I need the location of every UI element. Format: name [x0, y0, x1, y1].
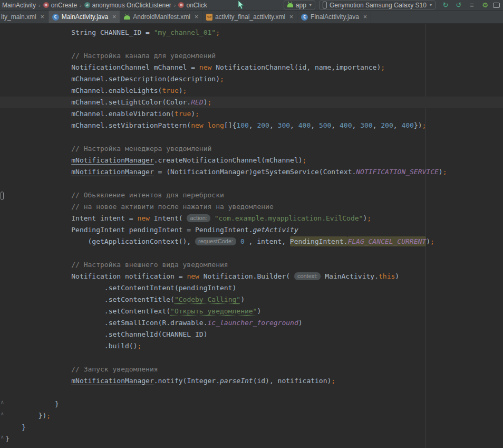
xml-file-icon: <>	[206, 14, 212, 21]
code-line[interactable]: }	[0, 422, 503, 433]
tab-label: AndroidManifest.xml	[133, 13, 190, 21]
code-line[interactable]: mNotificationManager.notify(Integer.pars…	[0, 375, 503, 387]
code-line[interactable]: mChannel.setDescription(description);	[0, 73, 503, 85]
code-line[interactable]: mChannel.enableVibration(true);	[0, 108, 503, 120]
tab-label: ity_main.xml	[1, 13, 36, 21]
sync-gradle-icon[interactable]: ⚙	[481, 1, 489, 10]
code-line[interactable]: String CHANNEL_ID = "my_channel_01";	[0, 27, 503, 39]
phone-icon	[323, 2, 327, 8]
mouse-cursor	[237, 0, 245, 9]
breadcrumb-label: onCreate	[51, 2, 77, 9]
tab-androidmanifest-xml[interactable]: AndroidManifest.xml×	[120, 11, 202, 23]
breadcrumb: MainActivity › m onCreate › a anonymous …	[2, 2, 207, 9]
code-line[interactable]: // Обьявление интентов для переброски	[0, 189, 503, 201]
java-class-icon: C	[52, 14, 59, 21]
fold-end-marker[interactable]: ∧	[1, 435, 4, 440]
code-line[interactable]: // Настройка менеджера уведомлений	[0, 143, 503, 155]
code-line[interactable]: (getApplicationContext(), requestCode: 0…	[0, 236, 503, 247]
fold-end-marker[interactable]: ∧	[1, 400, 4, 405]
code-line[interactable]	[0, 352, 503, 364]
device-label: Genymotion Samsung Galaxy S10	[330, 2, 427, 9]
close-icon[interactable]: ×	[195, 14, 198, 20]
code-line[interactable]: NotificationChannel mChannel = new Notif…	[0, 62, 503, 73]
apply-code-changes-icon[interactable]: ↺	[454, 1, 463, 10]
run-toolbar: app ▾ Genymotion Samsung Galaxy S10 ▾ ↻↺…	[284, 0, 501, 10]
android-studio-window: MainActivity › m onCreate › a anonymous …	[0, 0, 503, 448]
inlay-hint: requestCode:	[195, 237, 236, 245]
breadcrumb-label: onClick	[186, 2, 207, 9]
breadcrumb-item-anonymous-class[interactable]: a anonymous OnClickListener	[84, 2, 171, 9]
java-class-icon: C	[301, 14, 308, 21]
code-line[interactable]: .setChannelId(CHANNEL_ID)	[0, 329, 503, 340]
code-line[interactable]: .build();	[0, 340, 503, 352]
code-line[interactable]	[0, 247, 503, 259]
toolbar-actions: ↻↺≡⚙	[441, 1, 489, 10]
breadcrumb-item-oncreate[interactable]: m onCreate	[43, 2, 77, 9]
breadcrumb-label: anonymous OnClickListener	[92, 2, 171, 9]
code-line[interactable]: // Настройка канала для уведомлений	[0, 50, 503, 62]
code-editor[interactable]: String CHANNEL_ID = "my_channel_01"; // …	[0, 24, 503, 448]
anonymous-class-icon: a	[84, 2, 90, 8]
code-line[interactable]	[0, 39, 503, 50]
android-file-icon	[124, 15, 130, 20]
code-line[interactable]: mNotificationManager.createNotificationC…	[0, 155, 503, 166]
code-line[interactable]: // Настройка внешнего вида уведомления	[0, 259, 503, 271]
code-line[interactable]: }	[0, 398, 503, 410]
run-config-selector[interactable]: app ▾	[284, 1, 315, 9]
code-line[interactable]: .setContentText("Открыть уведомление")	[0, 306, 503, 317]
build-variants-icon[interactable]: ≡	[468, 1, 476, 10]
code-line[interactable]: mChannel.setVibrationPattern(new long[]{…	[0, 120, 503, 131]
code-line[interactable]: // Запуск уведомления	[0, 364, 503, 375]
code-line[interactable]: .setSmallIcon(R.drawable.ic_launcher_for…	[0, 317, 503, 329]
tab-label: FinalActtivity.java	[311, 13, 359, 21]
chevron-down-icon: ▾	[309, 3, 312, 7]
tab-finalacttivity-java[interactable]: CFinalActtivity.java×	[297, 11, 371, 23]
inlay-hint: context:	[294, 272, 321, 280]
breadcrumb-label: MainActivity	[2, 2, 36, 9]
breadcrumb-separator: ›	[38, 2, 41, 8]
code-line[interactable]: .setContentIntent(pendingIntent)	[0, 282, 503, 294]
toolbar: MainActivity › m onCreate › a anonymous …	[0, 0, 503, 11]
tab-label: activity_final_acttivity.xml	[215, 13, 285, 21]
editor-tab-bar: ity_main.xml×CMainActivity.java×AndroidM…	[0, 11, 503, 24]
apply-changes-icon[interactable]: ↻	[441, 1, 450, 10]
close-icon[interactable]: ×	[363, 14, 367, 20]
method-icon: m	[43, 2, 49, 8]
android-icon	[287, 3, 293, 7]
code-line-caret[interactable]: mChannel.setLightColor(Color.RED);	[0, 97, 503, 108]
close-icon[interactable]: ×	[289, 14, 293, 20]
inlay-hint: action:	[187, 214, 210, 222]
code-line[interactable]	[0, 178, 503, 189]
device-selector[interactable]: Genymotion Samsung Galaxy S10 ▾	[319, 1, 436, 9]
breadcrumb-separator: ›	[174, 2, 176, 8]
code-line[interactable]: Intent intent = new Intent( action: "com…	[0, 213, 503, 224]
method-icon: m	[178, 2, 184, 8]
code-line[interactable]: .setContentTitle("Codeby Calling")	[0, 294, 503, 306]
code-line[interactable]: });	[0, 410, 503, 422]
tab-activity-final-acttivity-xml[interactable]: <>activity_final_acttivity.xml×	[202, 11, 297, 23]
bookmark-icon	[1, 192, 4, 200]
code-line[interactable]: Notification notification = new Notifica…	[0, 271, 503, 282]
close-icon[interactable]: ×	[112, 14, 116, 20]
code-line[interactable]: mNotificationManager = (NotificationMana…	[0, 166, 503, 178]
breadcrumb-item-class[interactable]: MainActivity	[2, 2, 36, 9]
close-icon[interactable]: ×	[41, 14, 44, 20]
chevron-down-icon: ▾	[430, 3, 432, 7]
code-line[interactable]: PendingIntent pendingIntent = PendingInt…	[0, 224, 503, 236]
run-config-label: app	[296, 2, 306, 9]
code-line[interactable]	[0, 131, 503, 143]
code-line[interactable]	[0, 387, 503, 398]
tab-mainactivity-java[interactable]: CMainActivity.java×	[49, 11, 121, 23]
breadcrumb-separator: ›	[80, 2, 82, 8]
tab-ity-main-xml[interactable]: ity_main.xml×	[0, 11, 49, 23]
code-line[interactable]: mChannel.enableLights(true);	[0, 85, 503, 97]
tab-label: MainActivity.java	[62, 13, 108, 21]
code-line[interactable]: // на новое активити после нажатия на ув…	[0, 201, 503, 213]
fold-end-marker[interactable]: ∧	[1, 412, 4, 416]
device-manager-icon[interactable]	[493, 3, 500, 8]
code-area[interactable]: String CHANNEL_ID = "my_channel_01"; // …	[0, 24, 503, 445]
breadcrumb-item-onclick[interactable]: m onClick	[178, 2, 207, 9]
code-line[interactable]: }	[0, 433, 503, 445]
